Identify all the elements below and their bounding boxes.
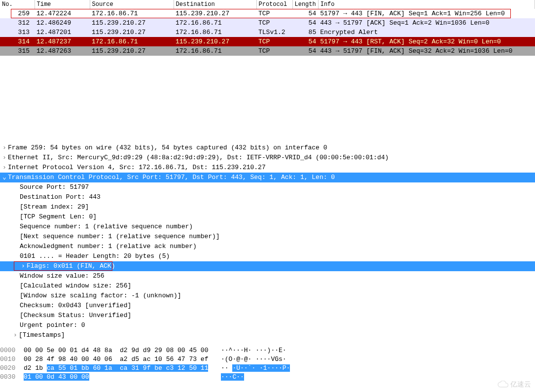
tree-label: Checksum: 0x0d43 [unverified] [20, 301, 131, 311]
col-header-source[interactable]: Source [90, 0, 174, 9]
tree-tcp[interactable]: ⌄Transmission Control Protocol, Src Port… [0, 173, 535, 182]
tree-ack-number[interactable]: Acknowledgment number: 1 (relative ack n… [0, 242, 535, 251]
packet-bytes-pane[interactable]: 000000 00 5e 00 01 d4 48 8a d2 9d d9 29 … [0, 346, 535, 382]
tree-ip[interactable]: ›Internet Protocol Version 4, Src: 172.1… [0, 163, 535, 173]
byte-offset: 0020 [0, 364, 24, 373]
tree-label: [Next sequence number: 1 (relative seque… [20, 232, 220, 242]
packet-list-table[interactable]: No. Time Source Destination Protocol Len… [0, 0, 535, 56]
byte-row[interactable]: 000000 00 5e 00 01 d4 48 8a d2 9d d9 29 … [0, 346, 535, 355]
byte-hex: 00 00 5e 00 01 d4 48 8a d2 9d d9 29 08 0… [24, 346, 221, 355]
cell-time: 12.472224 [35, 9, 90, 18]
tree-label: Acknowledgment number: 1 (relative ack n… [20, 242, 197, 251]
tree-label: Source Port: 51797 [20, 182, 89, 192]
tree-window-size[interactable]: Window size value: 256 [0, 271, 535, 281]
byte-offset: 0010 [0, 355, 24, 364]
cell-info: 51797 → 443 [FIN, ACK] Seq=1 Ack=1 Win=2… [318, 9, 535, 18]
tree-flags[interactable]: ›Flags: 0x011 (FIN, ACK) [0, 261, 535, 271]
cell-time: 12.487263 [35, 46, 90, 56]
cell-len: 85 [292, 28, 318, 37]
tree-label: Urgent pointer: 0 [20, 321, 85, 330]
tree-checksum[interactable]: Checksum: 0x0d43 [unverified] [0, 301, 535, 311]
tree-label: [Timestamps] [19, 330, 65, 340]
col-header-destination[interactable]: Destination [174, 0, 256, 9]
byte-ascii: ·· ·U··`· ·1····P· [221, 364, 290, 373]
tree-header-length[interactable]: 0101 .... = Header Length: 20 bytes (5) [0, 251, 535, 261]
tree-label: Transmission Control Protocol, Src Port:… [8, 173, 335, 182]
cell-no: 259 [0, 9, 35, 18]
cell-no: 312 [0, 18, 35, 28]
tree-urgent-pointer[interactable]: Urgent pointer: 0 [0, 321, 535, 330]
byte-ascii: ·(O·@·@· ····VGs· [221, 355, 286, 364]
table-row[interactable]: 312 12.486249 115.239.210.27 172.16.86.7… [0, 18, 535, 28]
cell-dst: 115.239.210.27 [174, 37, 256, 46]
watermark: 亿速云 [498, 380, 531, 389]
tree-label: [Window size scaling factor: -1 (unknown… [20, 291, 181, 301]
cell-time: 12.486249 [35, 18, 90, 28]
tree-segment-len[interactable]: [TCP Segment Len: 0] [0, 212, 535, 222]
packet-details-pane[interactable]: ›Frame 259: 54 bytes on wire (432 bits),… [0, 143, 535, 340]
tree-label: Sequence number: 1 (relative sequence nu… [20, 222, 193, 232]
tree-label: 0101 .... = Header Length: 20 bytes (5) [20, 251, 170, 261]
watermark-text: 亿速云 [510, 380, 531, 389]
tree-label: [TCP Segment Len: 0] [20, 212, 97, 222]
byte-hex-plain: d2 1b [24, 364, 47, 372]
byte-ascii: ··^···H· ···)··E· [221, 346, 286, 355]
chevron-right-icon[interactable]: › [1, 163, 8, 173]
byte-ascii-highlight: ·U··`· ·1····P· [232, 364, 290, 372]
cell-info: 51797 → 443 [RST, ACK] Seq=2 Ack=32 Win=… [318, 37, 535, 46]
chevron-right-icon[interactable]: › [12, 330, 19, 340]
table-row[interactable]: 313 12.487201 115.239.210.27 172.16.86.7… [0, 28, 535, 37]
byte-offset: 0000 [0, 346, 24, 355]
cloud-icon [498, 381, 508, 389]
tree-seq-number[interactable]: Sequence number: 1 (relative sequence nu… [0, 222, 535, 232]
byte-row[interactable]: 0020d2 1b ca 55 01 bb 60 1a ca 31 9f be … [0, 364, 535, 373]
cell-time: 12.487201 [35, 28, 90, 37]
tree-calc-window[interactable]: [Calculated window size: 256] [0, 281, 535, 291]
byte-ascii-plain: ·· [221, 364, 232, 372]
cell-len: 54 [292, 9, 318, 18]
cell-proto: TLSv1.2 [256, 28, 292, 37]
table-row[interactable]: 315 12.487263 115.239.210.27 172.16.86.7… [0, 46, 535, 56]
byte-row[interactable]: 003001 00 0d 43 00 00···C·· [0, 373, 535, 382]
tree-label: [Stream index: 29] [20, 202, 89, 212]
chevron-down-icon[interactable]: ⌄ [1, 173, 8, 182]
col-header-time[interactable]: Time [35, 0, 90, 9]
tree-dst-port[interactable]: Destination Port: 443 [0, 192, 535, 202]
byte-ascii: ···C·· [221, 373, 244, 382]
col-header-no[interactable]: No. [0, 0, 35, 9]
tree-ethernet[interactable]: ›Ethernet II, Src: MercuryC_9d:d9:29 (48… [0, 153, 535, 163]
byte-hex: 01 00 0d 43 00 00 [24, 373, 221, 382]
cell-time: 12.487237 [35, 37, 90, 46]
tree-label: Internet Protocol Version 4, Src: 172.16… [8, 163, 266, 173]
tree-frame[interactable]: ›Frame 259: 54 bytes on wire (432 bits),… [0, 143, 535, 153]
byte-hex-highlight: 01 00 0d 43 00 00 [24, 373, 89, 381]
col-header-length[interactable]: Length [292, 0, 318, 9]
cell-proto: TCP [256, 46, 292, 56]
cell-dst: 172.16.86.71 [174, 28, 256, 37]
table-row[interactable]: 314 12.487237 172.16.86.71 115.239.210.2… [0, 37, 535, 46]
col-header-info[interactable]: Info [318, 0, 535, 9]
tree-window-scale[interactable]: [Window size scaling factor: -1 (unknown… [0, 291, 535, 301]
byte-row[interactable]: 001000 28 4f 98 40 00 40 06 a2 d5 ac 10 … [0, 355, 535, 364]
cell-src: 172.16.86.71 [90, 9, 174, 18]
tree-label: [Calculated window size: 256] [20, 281, 131, 291]
chevron-right-icon[interactable]: › [1, 153, 8, 163]
col-header-protocol[interactable]: Protocol [256, 0, 292, 9]
cell-dst: 115.239.210.27 [174, 9, 256, 18]
tree-timestamps[interactable]: ›[Timestamps] [0, 330, 535, 340]
cell-info: 443 → 51797 [ACK] Seq=1 Ack=2 Win=1036 L… [318, 18, 535, 28]
chevron-right-icon[interactable]: › [20, 261, 27, 271]
cell-src: 172.16.86.71 [90, 37, 174, 46]
chevron-right-icon[interactable]: › [1, 143, 8, 153]
tree-label: Window size value: 256 [20, 271, 105, 281]
byte-offset: 0030 [0, 373, 24, 382]
table-row[interactable]: 259 12.472224 172.16.86.71 115.239.210.2… [0, 9, 535, 18]
cell-dst: 172.16.86.71 [174, 46, 256, 56]
tree-stream-index[interactable]: [Stream index: 29] [0, 202, 535, 212]
tree-next-seq[interactable]: [Next sequence number: 1 (relative seque… [0, 232, 535, 242]
tree-src-port[interactable]: Source Port: 51797 [0, 182, 535, 192]
byte-hex-highlight: ca 55 01 bb 60 1a ca 31 9f be c3 12 50 1… [47, 364, 209, 372]
cell-proto: TCP [256, 18, 292, 28]
tree-checksum-status[interactable]: [Checksum Status: Unverified] [0, 311, 535, 321]
packet-list-header[interactable]: No. Time Source Destination Protocol Len… [0, 0, 535, 9]
